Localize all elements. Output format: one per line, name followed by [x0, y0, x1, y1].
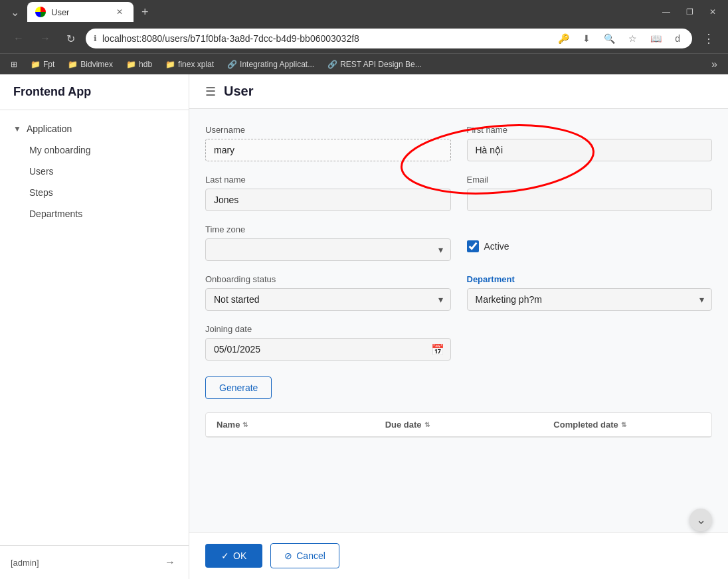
browser-menu-button[interactable]: ⋮ — [697, 29, 720, 48]
window-controls: — ❐ ✕ — [656, 5, 723, 19]
cancel-icon: ⊘ — [284, 550, 292, 561]
ok-button[interactable]: ✓ OK — [205, 544, 262, 568]
page-header: ☰ User — [189, 74, 728, 109]
timezone-group: Time zone — [205, 224, 451, 261]
department-group: Department Marketing ph?m — [467, 274, 713, 311]
read-mode-icon[interactable]: 📖 — [646, 32, 666, 45]
secure-icon: ℹ — [94, 34, 97, 43]
tab-favicon — [35, 7, 46, 17]
application-section-header[interactable]: ▼ Application — [0, 118, 189, 139]
sort-completed-icon[interactable]: ⇅ — [621, 421, 626, 428]
close-button[interactable]: ✕ — [703, 5, 723, 19]
onboarding-select-wrapper: Not started In progress Completed — [205, 288, 451, 311]
active-tab[interactable]: User ✕ — [27, 2, 134, 22]
col-name: Name ⇅ — [206, 413, 375, 436]
bookmark-hdb[interactable]: 📁 hdb — [121, 58, 157, 70]
sidebar-footer: [admin] → — [0, 545, 189, 579]
chevron-down-icon: ▼ — [13, 124, 21, 133]
joining-date-input[interactable] — [205, 338, 451, 361]
form-wrapper: Username First name Last name — [205, 125, 712, 438]
new-tab-button[interactable]: + — [136, 3, 154, 22]
tab-switcher[interactable]: ⌄ — [5, 3, 25, 21]
app-container: Frontend App ▼ Application My onboarding… — [0, 74, 728, 579]
department-select-wrapper: Marketing ph?m — [467, 288, 713, 311]
application-section: ▼ Application My onboarding Users Steps … — [0, 118, 189, 224]
onboarding-select[interactable]: Not started In progress Completed — [205, 288, 451, 311]
tab-title: User — [51, 7, 108, 17]
department-select[interactable]: Marketing ph?m — [467, 288, 713, 311]
url-text: localhost:8080/users/b71f0bfa-3a8d-7dcc-… — [102, 33, 549, 44]
ok-label: OK — [233, 550, 246, 561]
application-label: Application — [27, 124, 72, 134]
timezone-select-wrapper — [205, 238, 451, 261]
minimize-button[interactable]: — — [656, 5, 677, 19]
forward-button[interactable]: → — [35, 30, 56, 47]
table-section: Name ⇅ Due date ⇅ Completed date ⇅ — [205, 412, 712, 438]
sidebar-item-steps[interactable]: Steps — [0, 182, 189, 203]
username-label: Username — [205, 125, 451, 135]
col-due-date: Due date ⇅ — [375, 413, 543, 436]
sort-name-icon[interactable]: ⇅ — [242, 421, 248, 428]
maximize-button[interactable]: ❐ — [680, 5, 700, 19]
firstname-group: First name — [467, 125, 713, 161]
form-area: Username First name Last name — [189, 109, 728, 532]
joining-date-label: Joining date — [205, 324, 451, 334]
download-icon[interactable]: ⬇ — [579, 32, 594, 45]
calendar-icon[interactable]: 📅 — [431, 343, 444, 356]
tab-bar: ⌄ User ✕ + — ❐ ✕ — [0, 0, 728, 24]
save-to-phone-icon[interactable]: 🔑 — [554, 32, 573, 45]
more-bookmarks-button[interactable]: » — [706, 57, 723, 72]
bookmark-rest-api[interactable]: 🔗 REST API Design Be... — [322, 58, 427, 70]
empty-cell — [467, 324, 713, 361]
lastname-input[interactable] — [205, 189, 451, 211]
active-label[interactable]: Active — [484, 241, 509, 252]
email-group: Email — [467, 175, 713, 211]
user-icon[interactable]: d — [671, 32, 684, 45]
url-bar[interactable]: ℹ localhost:8080/users/b71f0bfa-3a8d-7dc… — [86, 29, 692, 48]
sort-due-icon[interactable]: ⇅ — [424, 421, 430, 428]
generate-button[interactable]: Generate — [205, 376, 272, 399]
sidebar: Frontend App ▼ Application My onboarding… — [0, 74, 189, 579]
timezone-select[interactable] — [205, 238, 451, 261]
email-input[interactable] — [467, 189, 713, 211]
sidebar-item-departments[interactable]: Departments — [0, 203, 189, 224]
page-title: User — [224, 84, 253, 99]
logout-button[interactable]: → — [162, 554, 178, 571]
username-input[interactable] — [205, 139, 451, 161]
generate-section: Generate — [205, 371, 712, 399]
firstname-label: First name — [467, 125, 713, 135]
firstname-input[interactable] — [467, 139, 713, 161]
bookmark-icon[interactable]: ☆ — [624, 32, 641, 45]
bookmark-bidvimex[interactable]: 📁 Bidvimex — [62, 58, 118, 70]
back-button[interactable]: ← — [8, 30, 29, 47]
reload-button[interactable]: ↻ — [61, 30, 80, 48]
sidebar-item-my-onboarding[interactable]: My onboarding — [0, 139, 189, 161]
tab-close-button[interactable]: ✕ — [114, 6, 126, 18]
address-bar: ← → ↻ ℹ localhost:8080/users/b71f0bfa-3a… — [0, 24, 728, 53]
table-header: Name ⇅ Due date ⇅ Completed date ⇅ — [206, 413, 711, 437]
bookmark-apps[interactable]: ⊞ — [5, 58, 23, 70]
bookmark-fpt[interactable]: 📁 Fpt — [25, 58, 60, 70]
bookmarks-bar: ⊞ 📁 Fpt 📁 Bidvimex 📁 hdb 📁 finex xplat 🔗… — [0, 53, 728, 74]
cancel-button[interactable]: ⊘ Cancel — [270, 543, 339, 568]
onboarding-label: Onboarding status — [205, 274, 451, 284]
sidebar-nav: ▼ Application My onboarding Users Steps … — [0, 110, 189, 545]
admin-label: [admin] — [11, 558, 157, 568]
bookmark-integrating[interactable]: 🔗 Integrating Applicat... — [222, 58, 319, 70]
bookmark-finex[interactable]: 📁 finex xplat — [160, 58, 219, 70]
form-actions: ✓ OK ⊘ Cancel — [189, 532, 728, 579]
username-group: Username — [205, 125, 451, 161]
onboarding-group: Onboarding status Not started In progres… — [205, 274, 451, 311]
form-grid: Username First name Last name — [205, 125, 712, 361]
main-content: ☰ User Username First name — [189, 74, 728, 579]
joining-date-wrapper: 📅 — [205, 338, 451, 361]
scroll-down-button[interactable]: ⌄ — [689, 509, 712, 531]
ok-icon: ✓ — [221, 550, 229, 561]
active-group: Active — [467, 224, 713, 261]
col-completed-date: Completed date ⇅ — [543, 413, 711, 436]
lastname-label: Last name — [205, 175, 451, 185]
zoom-icon[interactable]: 🔍 — [600, 32, 619, 45]
active-checkbox[interactable] — [467, 240, 479, 252]
sidebar-item-users[interactable]: Users — [0, 161, 189, 182]
hamburger-icon[interactable]: ☰ — [205, 84, 216, 99]
